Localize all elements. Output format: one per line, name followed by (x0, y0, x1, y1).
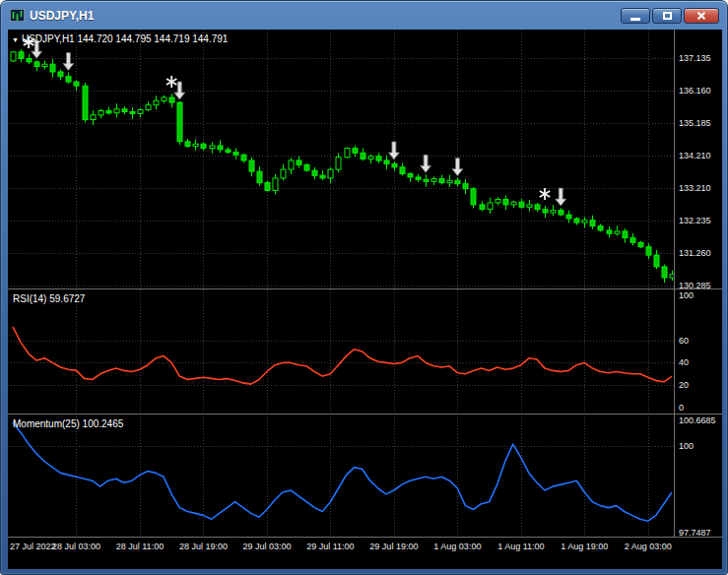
axis-label: 40 (679, 357, 689, 367)
candle (638, 242, 643, 246)
candle (273, 178, 278, 191)
candle (169, 97, 174, 102)
sell-arrow-icon (556, 188, 566, 206)
axis-label: 1 Aug 03:00 (433, 542, 481, 551)
candle (582, 221, 587, 223)
candle (114, 109, 119, 113)
candle (265, 183, 270, 191)
candle (304, 164, 309, 170)
candle (511, 202, 516, 205)
candle (392, 163, 397, 166)
window-title: USDJPY,H1 (30, 9, 94, 23)
axis-label: 27 Jul 2022 (10, 542, 56, 551)
candle (535, 205, 540, 210)
axis-label: 100 (679, 290, 694, 300)
axis-label: 1 Aug 11:00 (497, 542, 544, 551)
axis-label: 20 (679, 380, 689, 390)
candle (615, 231, 620, 233)
axis-label: 28 Jul 03:00 (52, 542, 100, 551)
rsi-line (13, 327, 672, 384)
candle (471, 189, 476, 205)
axis-label: 132.235 (679, 216, 711, 225)
candle (439, 179, 444, 183)
candle (503, 200, 508, 205)
axis-label: 100 (679, 441, 694, 451)
panel-separators (8, 30, 722, 538)
axis-label: 60 (679, 336, 689, 346)
minimize-button[interactable] (621, 8, 650, 24)
axis-label: 137.135 (679, 53, 711, 63)
maximize-icon (663, 12, 672, 20)
axis-label: 1 Aug 19:00 (561, 542, 608, 551)
close-button[interactable] (684, 8, 719, 24)
title-bar[interactable]: USDJPY,H1 (1, 1, 727, 30)
momentum-line (13, 422, 672, 521)
candle (193, 144, 198, 146)
candle (654, 255, 659, 267)
sell-arrow-icon (388, 142, 399, 160)
axis-label: 2 Aug 03:00 (625, 542, 672, 551)
axis-label: 0 (679, 403, 684, 413)
candle (488, 203, 493, 210)
candle (551, 211, 556, 213)
price-scale[interactable]: 137.135136.160135.185134.210133.210132.2… (679, 53, 716, 538)
candle (34, 62, 39, 67)
candle (210, 146, 215, 149)
candle (384, 160, 389, 163)
candle (257, 171, 262, 183)
grid (8, 30, 674, 538)
axis-label: 28 Jul 19:00 (179, 542, 228, 551)
candle (297, 160, 301, 164)
candle (368, 157, 373, 160)
candle (226, 150, 231, 153)
sell-arrow-icon (452, 159, 463, 176)
candle (455, 180, 460, 183)
candle (463, 184, 468, 189)
candle (480, 205, 485, 210)
candle (66, 77, 71, 82)
chart-canvas[interactable]: 137.135136.160135.185134.210133.210132.2… (8, 30, 722, 569)
candle (281, 169, 286, 178)
candle (527, 205, 532, 207)
mt4-chart-window: USDJPY,H1 137.135136.160135.185134.21013… (0, 0, 728, 575)
star-icon (24, 36, 33, 48)
candle (11, 52, 16, 61)
chart-content: 137.135136.160135.185134.210133.210132.2… (8, 30, 722, 569)
candle (566, 215, 571, 219)
candle (154, 100, 159, 104)
candle (431, 179, 436, 182)
symbol-dropdown-arrow[interactable]: ▼ (12, 36, 19, 43)
window-controls (621, 8, 719, 24)
candle (201, 144, 206, 148)
candle (607, 230, 612, 233)
candle (177, 102, 182, 142)
candle (630, 238, 635, 243)
candle (241, 155, 246, 160)
candle (312, 170, 317, 175)
axis-label: 135.185 (679, 118, 711, 128)
candle (400, 167, 405, 174)
time-scale[interactable]: 27 Jul 202228 Jul 03:0028 Jul 11:0028 Ju… (10, 542, 672, 551)
candle (345, 149, 350, 158)
candle (543, 210, 548, 213)
candle (424, 179, 429, 181)
axis-label: 131.260 (679, 248, 711, 258)
axis-label: 97.7487 (679, 528, 711, 538)
chart-window-icon (9, 9, 25, 23)
candle (519, 202, 524, 207)
candle (408, 174, 413, 177)
candle (58, 72, 63, 77)
sell-arrow-icon (421, 155, 431, 172)
candle (559, 211, 563, 215)
candle (328, 169, 333, 178)
candle (19, 52, 24, 59)
candle (99, 111, 103, 115)
axis-label: 28 Jul 11:00 (116, 542, 164, 551)
axis-label: 29 Jul 03:00 (242, 542, 291, 551)
candle (162, 97, 166, 100)
candle (496, 200, 500, 203)
candle (416, 177, 421, 179)
star-icon (166, 76, 176, 88)
maximize-button[interactable] (652, 8, 682, 24)
candle (27, 59, 32, 62)
